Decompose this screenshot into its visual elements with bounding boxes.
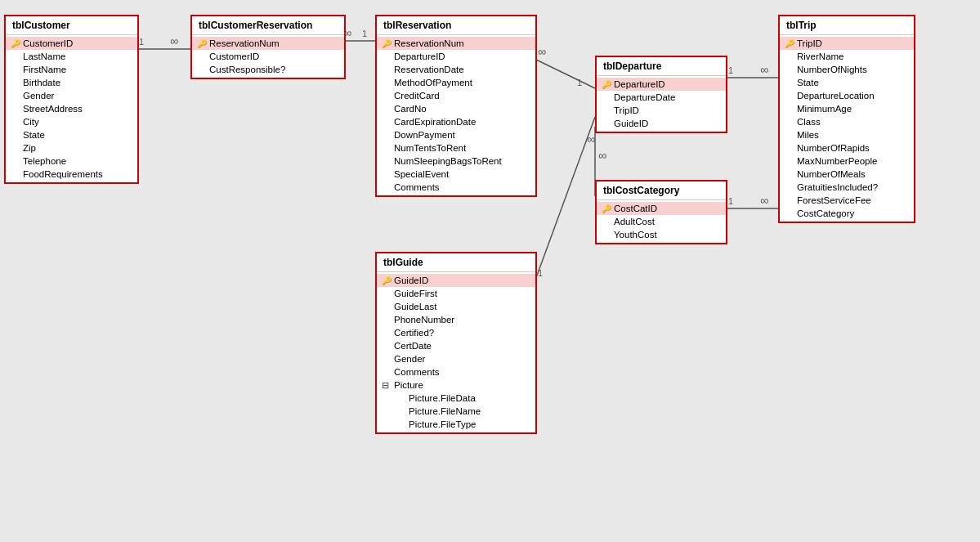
field-Certified: Certified? [377, 326, 535, 339]
field-Telephone: Telephone [6, 155, 137, 168]
field-RiverName: RiverName [780, 50, 914, 63]
field-NumberOfNights: NumberOfNights [780, 63, 914, 76]
svg-text:∞: ∞ [760, 194, 768, 207]
field-DepartureID-r: DepartureID [377, 50, 535, 63]
svg-text:∞: ∞ [598, 149, 606, 162]
diagram-canvas: 1 ∞ ∞ 1 ∞ 1 1 ∞ ∞ 1 1 ∞ ∞ 1 tblCustomer [0, 0, 980, 542]
field-LastName: LastName [6, 50, 137, 63]
field-Class: Class [780, 115, 914, 128]
field-MinimumAge: MinimumAge [780, 102, 914, 115]
field-CustomerID: 🔑 CustomerID [6, 37, 137, 50]
table-title-tblCustomer: tblCustomer [6, 16, 137, 35]
table-title-tblDeparture: tblDeparture [597, 57, 726, 76]
field-CostCatID: 🔑 CostCatID [597, 202, 726, 215]
svg-text:1: 1 [538, 268, 543, 278]
table-tblCustomerReservation: tblCustomerReservation 🔑 ReservationNum … [190, 15, 346, 79]
table-tblReservation: tblReservation 🔑 ReservationNum Departur… [375, 15, 537, 197]
field-MethodOfPayment: MethodOfPayment [377, 76, 535, 89]
field-DepartureID: 🔑 DepartureID [597, 78, 726, 91]
field-DownPayment: DownPayment [377, 128, 535, 141]
svg-text:1: 1 [362, 29, 367, 38]
field-GuideID: 🔑 GuideID [377, 274, 535, 287]
field-GuideID-d: GuideID [597, 117, 726, 130]
field-CardExpirationDate: CardExpirationDate [377, 115, 535, 128]
table-body-tblTrip: 🔑 TripID RiverName NumberOfNights State … [780, 35, 914, 222]
field-CardNo: CardNo [377, 102, 535, 115]
field-State-t: State [780, 76, 914, 89]
field-FoodRequirements: FoodRequirements [6, 168, 137, 181]
field-ReservationDate: ReservationDate [377, 63, 535, 76]
field-YouthCost: YouthCost [597, 228, 726, 241]
field-CertDate: CertDate [377, 339, 535, 352]
table-tblDeparture: tblDeparture 🔑 DepartureID DepartureDate… [595, 56, 727, 133]
svg-text:∞: ∞ [760, 63, 768, 76]
field-DepartureDate: DepartureDate [597, 91, 726, 104]
field-City: City [6, 115, 137, 128]
table-body-tblDeparture: 🔑 DepartureID DepartureDate TripID Guide… [597, 76, 726, 132]
field-Picture: ⊟ Picture [377, 379, 535, 392]
field-CustResponsible: CustResponsible? [192, 63, 344, 76]
table-title-tblGuide: tblGuide [377, 253, 535, 272]
table-body-tblReservation: 🔑 ReservationNum DepartureID Reservation… [377, 35, 535, 195]
table-title-tblCostCategory: tblCostCategory [597, 181, 726, 200]
table-tblCustomer: tblCustomer 🔑 CustomerID LastName FirstN… [4, 15, 139, 184]
field-Comments-r: Comments [377, 181, 535, 194]
svg-line-12 [535, 117, 595, 282]
table-body-tblCustomerReservation: 🔑 ReservationNum CustomerID CustResponsi… [192, 35, 344, 78]
field-Gender-g: Gender [377, 352, 535, 365]
table-tblCostCategory: tblCostCategory 🔑 CostCatID AdultCost Yo… [595, 180, 727, 244]
field-TripID-d: TripID [597, 104, 726, 117]
table-title-tblTrip: tblTrip [780, 16, 914, 35]
field-Miles: Miles [780, 128, 914, 141]
field-DepartureLocation: DepartureLocation [780, 89, 914, 102]
field-GuideFirst: GuideFirst [377, 287, 535, 300]
field-NumberOfMeals: NumberOfMeals [780, 168, 914, 181]
table-body-tblCustomer: 🔑 CustomerID LastName FirstName Birthdat… [6, 35, 137, 182]
table-body-tblGuide: 🔑 GuideID GuideFirst GuideLast PhoneNumb… [377, 272, 535, 432]
field-Picture-FileType: Picture.FileType [377, 418, 535, 431]
field-GratuitiesIncluded: GratuitiesIncluded? [780, 181, 914, 194]
field-Gender: Gender [6, 89, 137, 102]
field-NumberOfRapids: NumberOfRapids [780, 141, 914, 155]
table-body-tblCostCategory: 🔑 CostCatID AdultCost YouthCost [597, 200, 726, 243]
field-name-CustomerID: CustomerID [23, 38, 131, 48]
field-ForestServiceFee: ForestServiceFee [780, 194, 914, 207]
field-ReservationNum-r: 🔑 ReservationNum [377, 37, 535, 50]
expand-icon-picture[interactable]: ⊟ [382, 380, 392, 391]
field-GuideLast: GuideLast [377, 300, 535, 313]
field-CustomerID-cr: CustomerID [192, 50, 344, 63]
field-CreditCard: CreditCard [377, 89, 535, 102]
svg-text:1: 1 [728, 196, 733, 206]
field-PhoneNumber: PhoneNumber [377, 313, 535, 326]
svg-line-6 [535, 59, 595, 88]
svg-text:∞: ∞ [538, 45, 546, 58]
field-NumTentsToRent: NumTentsToRent [377, 141, 535, 155]
field-TripID: 🔑 TripID [780, 37, 914, 50]
table-title-tblReservation: tblReservation [377, 16, 535, 35]
field-StreetAddress: StreetAddress [6, 102, 137, 115]
field-Comments-g: Comments [377, 365, 535, 379]
field-Zip: Zip [6, 141, 137, 155]
field-State: State [6, 128, 137, 141]
table-tblTrip: tblTrip 🔑 TripID RiverName NumberOfNight… [778, 15, 915, 223]
table-tblGuide: tblGuide 🔑 GuideID GuideFirst GuideLast … [375, 252, 537, 434]
field-AdultCost: AdultCost [597, 215, 726, 228]
field-CostCategory-t: CostCategory [780, 207, 914, 220]
field-ReservationNum-cr: 🔑 ReservationNum [192, 37, 344, 50]
svg-text:∞: ∞ [587, 132, 595, 146]
field-NumSleepingBagsToRent: NumSleepingBagsToRent [377, 155, 535, 168]
pk-icon-CustomerID: 🔑 [11, 39, 20, 48]
table-title-tblCustomerReservation: tblCustomerReservation [192, 16, 344, 35]
svg-text:∞: ∞ [170, 34, 178, 47]
field-Birthdate: Birthdate [6, 76, 137, 89]
field-MaxNumberPeople: MaxNumberPeople [780, 155, 914, 168]
field-FirstName: FirstName [6, 63, 137, 76]
field-SpecialEvent: SpecialEvent [377, 168, 535, 181]
svg-text:1: 1 [577, 78, 582, 87]
svg-text:1: 1 [728, 65, 733, 75]
field-Picture-FileData: Picture.FileData [377, 392, 535, 405]
svg-text:1: 1 [139, 37, 144, 47]
field-Picture-FileName: Picture.FileName [377, 405, 535, 418]
